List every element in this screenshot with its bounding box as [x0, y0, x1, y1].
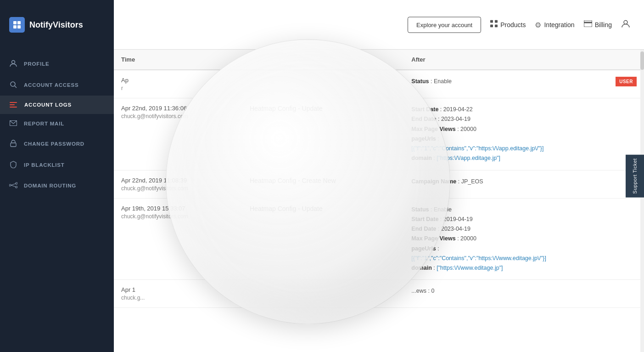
time-cell: Ap r: [114, 70, 242, 98]
user-badge: USER: [616, 77, 637, 86]
profile-label: PROFILE: [24, 61, 49, 67]
action-cell: Heatmap Config - Create New: [242, 170, 404, 198]
integration-gear-icon: ⚙: [535, 20, 541, 29]
main-content: Time After Ap r Status : Enable USER: [114, 50, 644, 352]
row-email: chuck.g@notifyvisitors.com: [121, 113, 235, 119]
billing-label: Billing: [595, 21, 612, 28]
svg-rect-6: [490, 25, 493, 28]
svg-rect-5: [495, 20, 498, 23]
after-cell: ...ews : 0: [404, 280, 644, 308]
svg-rect-7: [495, 25, 498, 28]
table-row: Apr 19th, 2019 15:33:07 chuck.g@notifyvi…: [114, 198, 644, 280]
domain-routing-label: DOMAIN ROUTING: [24, 183, 76, 188]
products-label: Products: [500, 21, 526, 28]
explore-account-btn[interactable]: Explore your account: [408, 17, 481, 33]
account-logs-label: ACCOUNT LOGS: [24, 102, 72, 108]
col-header-action: [242, 50, 404, 70]
row-date: Apr 22nd, 2019 11:36:06: [121, 105, 235, 112]
svg-point-18: [16, 186, 17, 188]
svg-line-13: [15, 86, 17, 88]
billing-nav-item[interactable]: Billing: [584, 21, 612, 29]
svg-point-12: [11, 82, 15, 86]
row-date: Apr 1: [121, 286, 235, 293]
scrollbar-track: [640, 50, 644, 352]
col-header-time: Time: [114, 50, 242, 70]
scrollbar-thumb[interactable]: [640, 51, 644, 70]
svg-rect-8: [584, 21, 592, 27]
svg-line-20: [11, 185, 16, 187]
svg-rect-3: [17, 25, 21, 28]
svg-rect-15: [11, 143, 16, 147]
svg-rect-9: [584, 22, 592, 23]
action-cell: [242, 70, 404, 98]
support-ticket-wrapper: Support Ticket: [626, 154, 644, 197]
integration-label: Integration: [544, 21, 574, 28]
row-date: Apr 19th, 2019 15:33:07: [121, 205, 235, 212]
after-cell: Start Date : 2019-04-22 End Date : 2023-…: [404, 98, 644, 170]
after-cell: Status : Enable Start Date : 2019-04-19 …: [404, 198, 644, 280]
action-cell: Heatmap Config - Update: [242, 198, 404, 280]
svg-point-11: [12, 61, 15, 64]
row-date: Apr 22nd, 2019 11:08:39: [121, 177, 235, 184]
row-email: chuck.g...: [121, 295, 235, 301]
billing-card-icon: [584, 21, 592, 29]
sidebar-item-change-password[interactable]: CHANGE PASSWORD: [0, 133, 114, 154]
table-row: Apr 22nd, 2019 11:08:39 chuck.g@notifyvi…: [114, 170, 644, 198]
report-mail-icon: [9, 120, 17, 127]
row-email: r: [121, 85, 235, 91]
sidebar-item-domain-routing[interactable]: DOMAIN ROUTING: [0, 176, 114, 196]
svg-rect-1: [17, 21, 21, 24]
row-email: chuck.g@notifyvisitors.com: [121, 185, 235, 192]
row-date: Ap: [121, 77, 235, 84]
integration-nav-item[interactable]: ⚙ Integration: [535, 20, 574, 29]
time-cell: Apr 22nd, 2019 11:08:39 chuck.g@notifyvi…: [114, 170, 242, 198]
report-mail-label: REPORT MAIL: [24, 121, 64, 126]
user-avatar[interactable]: [621, 19, 630, 30]
action-cell: [242, 280, 404, 308]
sidebar-item-account-access[interactable]: ACCOUNT ACCESS: [0, 74, 114, 96]
row-email: chuck.g@notifyvisitors.com: [121, 213, 235, 220]
time-cell: Apr 1 chuck.g...: [114, 280, 242, 308]
change-password-label: CHANGE PASSWORD: [24, 141, 84, 147]
col-header-after: After: [404, 50, 644, 70]
svg-rect-0: [13, 21, 17, 24]
support-ticket-tab[interactable]: Support Ticket: [626, 154, 644, 197]
sidebar: PROFILE ACCOUNT ACCESS ACCOUNT LOGS REPO…: [0, 50, 114, 352]
svg-rect-4: [490, 20, 493, 23]
sidebar-item-report-mail[interactable]: REPORT MAIL: [0, 114, 114, 133]
sidebar-item-account-logs[interactable]: ACCOUNT LOGS: [0, 96, 114, 114]
domain-routing-icon: [9, 182, 17, 189]
account-access-label: ACCOUNT ACCESS: [24, 82, 78, 88]
brand-name: NotifyVisitors: [29, 20, 83, 30]
brand-icon: [9, 17, 25, 33]
action-cell: Heatmap Config - Update: [242, 98, 404, 170]
table-row: Apr 22nd, 2019 11:36:06 chuck.g@notifyvi…: [114, 98, 644, 170]
after-cell: Campaign Name : JP_EOS: [404, 170, 644, 198]
products-grid-icon: [490, 20, 498, 29]
sidebar-item-profile[interactable]: PROFILE: [0, 53, 114, 74]
svg-point-10: [624, 20, 627, 24]
svg-rect-2: [13, 25, 17, 28]
change-password-icon: [9, 140, 17, 148]
products-nav-item[interactable]: Products: [490, 20, 526, 29]
profile-icon: [9, 60, 17, 68]
time-cell: Apr 22nd, 2019 11:36:06 chuck.g@notifyvi…: [114, 98, 242, 170]
after-label: Status: [411, 78, 429, 85]
after-value: : Enable: [429, 78, 452, 85]
account-access-icon: [9, 81, 17, 89]
sidebar-item-ip-blacklist[interactable]: IP BLACKLIST: [0, 154, 114, 176]
table-container[interactable]: Time After Ap r Status : Enable USER: [114, 50, 644, 352]
svg-point-16: [9, 184, 11, 186]
table-row: Apr 1 chuck.g... ...ews : 0: [114, 280, 644, 308]
ip-blacklist-icon: [9, 161, 17, 169]
account-logs-icon: [10, 102, 18, 108]
svg-point-17: [16, 182, 17, 184]
after-cell: Status : Enable USER: [404, 70, 644, 98]
ip-blacklist-label: IP BLACKLIST: [24, 162, 65, 168]
time-cell: Apr 19th, 2019 15:33:07 chuck.g@notifyvi…: [114, 198, 242, 280]
table-row: Ap r Status : Enable USER: [114, 70, 644, 98]
svg-line-19: [11, 184, 16, 186]
